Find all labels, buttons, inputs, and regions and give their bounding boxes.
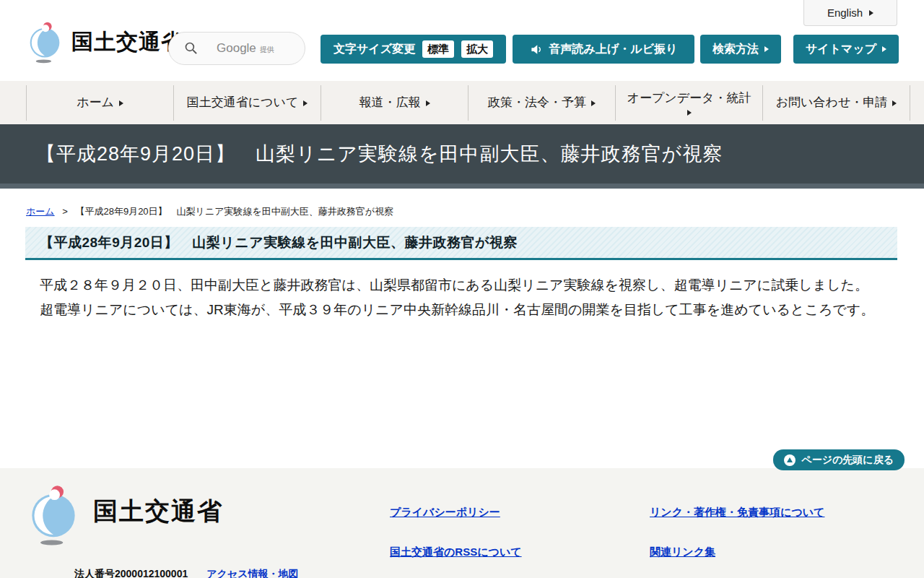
- footer-link-privacy-policy[interactable]: プライバシーポリシー: [390, 506, 500, 519]
- audio-reading-label: 音声読み上げ・ルビ振り: [549, 42, 678, 57]
- search-provider-note: 提供: [260, 45, 274, 55]
- back-to-top-label: ページの先頭に戻る: [801, 454, 894, 467]
- section-heading: 【平成28年9月20日】 山梨リニア実験線を田中副大臣、藤井政務官が視察: [40, 233, 518, 252]
- font-size-change-label: 文字サイズ変更: [334, 42, 415, 57]
- arrow-right-icon: [591, 100, 596, 106]
- english-button[interactable]: English: [803, 0, 897, 26]
- sitemap-label: サイトマップ: [806, 42, 876, 57]
- footer-link-related-links[interactable]: 関連リンク集: [650, 545, 715, 559]
- speaker-icon: [530, 43, 544, 56]
- mlit-logo-icon: [25, 20, 64, 64]
- nav-item-label: お問い合わせ・申請: [776, 95, 888, 111]
- arrow-right-icon: [869, 10, 873, 16]
- search-method-button[interactable]: 検索方法: [700, 35, 781, 64]
- site-footer: ページの先頭に戻る 国土交通省 プライバシーポリシー リンク・著作権・免責事項に…: [0, 468, 924, 578]
- corporate-number: 法人番号2000012100001: [74, 568, 188, 578]
- back-to-top-button[interactable]: ページの先頭に戻る: [773, 449, 905, 470]
- global-nav-inner: ホーム 国土交通省について 報道・広報 政策・法令・予算 オープンデータ・統計 …: [26, 85, 910, 121]
- footer-link-rss[interactable]: 国土交通省のRSSについて: [390, 545, 522, 559]
- font-size-change-button[interactable]: 文字サイズ変更 標準 拡大: [321, 35, 506, 64]
- footer-bottom-row: 法人番号2000012100001 アクセス情報・地図: [74, 568, 299, 578]
- font-size-standard-chip[interactable]: 標準: [422, 40, 454, 58]
- mlit-logo-icon: [25, 483, 82, 546]
- breadcrumb-separator: >: [62, 206, 68, 217]
- nav-item-label: 報道・広報: [359, 95, 421, 111]
- nav-item-contact-application[interactable]: お問い合わせ・申請: [762, 85, 910, 121]
- footer-brand-name: 国土交通省: [93, 495, 223, 528]
- search-input[interactable]: Google 提供: [168, 32, 305, 65]
- footer-link-copyright-disclaimer[interactable]: リンク・著作権・免責事項について: [650, 506, 824, 519]
- arrow-right-icon: [882, 46, 886, 52]
- nav-item-home[interactable]: ホーム: [26, 85, 173, 121]
- arrow-right-icon: [764, 46, 769, 52]
- breadcrumb-current: 【平成28年9月20日】 山梨リニア実験線を田中副大臣、藤井政務官が視察: [75, 206, 393, 217]
- english-label: English: [827, 7, 863, 19]
- section-heading-box: 【平成28年9月20日】 山梨リニア実験線を田中副大臣、藤井政務官が視察: [25, 227, 897, 260]
- arrow-right-icon: [303, 100, 308, 106]
- sitemap-button[interactable]: サイトマップ: [793, 35, 899, 64]
- search-icon: [184, 41, 199, 56]
- arrow-right-icon: [687, 110, 692, 116]
- nav-item-about-mlit[interactable]: 国土交通省について: [173, 85, 321, 121]
- page-root: English 国土交通省 Google 提供 文字サイズ変更 標準: [0, 0, 924, 578]
- page-title-banner: 【平成28年9月20日】 山梨リニア実験線を田中副大臣、藤井政務官が視察: [0, 124, 924, 189]
- arrow-right-icon: [426, 100, 430, 106]
- article-paragraph: 超電導リニアについては、JR東海が、平成３９年のリニア中央新幹線品川・名古屋間の…: [40, 298, 895, 322]
- font-size-large-chip[interactable]: 拡大: [461, 40, 493, 58]
- nav-item-label: オープンデータ・統計: [627, 90, 751, 106]
- footer-logo[interactable]: 国土交通省: [25, 483, 223, 546]
- nav-item-label: 国土交通省について: [187, 95, 299, 111]
- search-method-label: 検索方法: [712, 42, 759, 57]
- page-title: 【平成28年9月20日】 山梨リニア実験線を田中副大臣、藤井政務官が視察: [36, 141, 723, 167]
- global-nav: ホーム 国土交通省について 報道・広報 政策・法令・予算 オープンデータ・統計 …: [0, 81, 924, 125]
- breadcrumb-home-link[interactable]: ホーム: [26, 206, 55, 217]
- article-paragraph: 平成２８年９月２０日、田中副大臣と藤井政務官は、山梨県都留市にある山梨リニア実験…: [40, 273, 895, 298]
- search-provider-label: Google: [217, 41, 256, 56]
- footer-link-access-map[interactable]: アクセス情報・地図: [206, 568, 298, 578]
- arrow-up-icon: [784, 454, 796, 466]
- brand-name: 国土交通省: [71, 31, 183, 53]
- arrow-right-icon: [119, 100, 123, 106]
- site-header: English 国土交通省 Google 提供 文字サイズ変更 標準: [0, 0, 924, 81]
- nav-item-label: 政策・法令・予算: [488, 95, 586, 111]
- arrow-right-icon: [892, 100, 897, 106]
- article-body: 平成２８年９月２０日、田中副大臣と藤井政務官は、山梨県都留市にある山梨リニア実験…: [40, 273, 895, 322]
- nav-item-policy-law-budget[interactable]: 政策・法令・予算: [468, 85, 615, 121]
- nav-item-press-pr[interactable]: 報道・広報: [321, 85, 468, 121]
- header-logo[interactable]: 国土交通省: [25, 20, 183, 64]
- audio-reading-button[interactable]: 音声読み上げ・ルビ振り: [513, 35, 694, 64]
- nav-item-label: ホーム: [77, 95, 114, 111]
- nav-item-open-data-statistics[interactable]: オープンデータ・統計: [615, 85, 762, 121]
- breadcrumb: ホーム > 【平成28年9月20日】 山梨リニア実験線を田中副大臣、藤井政務官が…: [26, 205, 393, 218]
